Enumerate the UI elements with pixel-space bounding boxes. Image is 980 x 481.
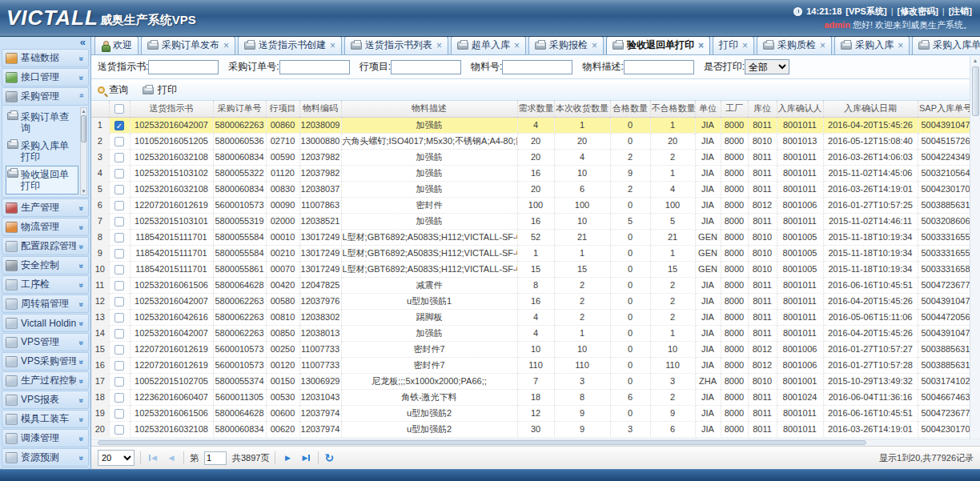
table-row[interactable]: 1612207201601261956000105730012011007733… (91, 357, 974, 373)
print-status-select[interactable]: 全部 (745, 59, 789, 74)
column-header-SAP入库单号[interactable]: SAP入库单号 (918, 101, 974, 117)
sidebar-group-接口管理[interactable]: 接口管理» (2, 68, 89, 86)
tab-close-icon[interactable]: × (898, 42, 903, 50)
chevron-down-icon[interactable]: » (77, 338, 86, 347)
filter-input-采购订单号[interactable] (279, 60, 350, 74)
table-row[interactable]: 710253201510310158000553190200012038521加… (91, 213, 974, 229)
row-checkbox[interactable] (114, 217, 124, 226)
row-checkbox[interactable] (114, 153, 124, 162)
next-page-button[interactable]: ▶ (281, 451, 294, 464)
row-checkbox[interactable] (114, 393, 124, 403)
row-checkbox[interactable] (114, 409, 124, 419)
column-header-入库确认日期[interactable]: 入库确认日期 (823, 101, 918, 117)
scroll-up-icon[interactable]: ▲ (973, 56, 978, 65)
table-row[interactable]: 1710052201510270558000553740015013006929… (91, 373, 974, 389)
table-row[interactable]: 1011854201511170158000558610007013017249… (91, 261, 974, 277)
sidebar-item-验收退回单打印[interactable]: 验收退回单打印 (6, 166, 78, 194)
sidebar-group-安全控制[interactable]: 安全控制» (2, 256, 89, 275)
tab-欢迎[interactable]: 欢迎 (94, 37, 139, 54)
chevron-down-icon[interactable]: » (77, 434, 86, 443)
tab-采购质检[interactable]: 采购质检× (757, 37, 832, 54)
sidebar-group-VPS管理[interactable]: VPS管理» (2, 333, 89, 351)
column-header-送货指示书[interactable]: 送货指示书 (130, 101, 213, 117)
chevron-down-icon[interactable]: » (77, 299, 86, 309)
tab-送货指示书创建[interactable]: 送货指示书创建× (238, 37, 342, 54)
row-checkbox[interactable] (114, 201, 124, 210)
row-checkbox[interactable] (114, 265, 124, 275)
chevron-down-icon[interactable]: » (77, 319, 86, 328)
sidebar-item-采购订单查询[interactable]: 采购订单查询 (6, 108, 78, 137)
table-row[interactable]: 310253201603210858000608340059012037982加… (91, 149, 974, 165)
tab-验收退回单打印[interactable]: 验收退回单打印× (606, 37, 710, 54)
query-button[interactable]: 查询 (98, 83, 128, 97)
row-checkbox[interactable] (114, 361, 124, 371)
refresh-icon[interactable]: ↻ (324, 451, 334, 464)
tab-close-icon[interactable]: × (330, 42, 335, 50)
row-checkbox[interactable] (114, 425, 124, 435)
sidebar-group-配置跟踪管理[interactable]: 配置跟踪管理» (2, 237, 89, 255)
scroll-down-icon[interactable]: ▼ (82, 188, 86, 194)
table-row[interactable]: 1110253201606150658000646280042012047825… (91, 277, 974, 293)
chevron-down-icon[interactable]: » (77, 73, 86, 82)
sidebar-group-工序检[interactable]: 工序检» (2, 275, 89, 294)
table-row[interactable]: 1410253201604200758000622630085012038013… (91, 325, 974, 341)
row-checkbox[interactable] (114, 297, 124, 307)
table-row[interactable]: 1✓10253201604200758000622630086012038009… (91, 117, 974, 133)
tab-超单入库[interactable]: 超单入库× (451, 37, 526, 54)
horizontal-scrollbar[interactable] (91, 439, 980, 446)
sidebar-item-采购入库单打印[interactable]: 采购入库单打印 (6, 137, 78, 166)
column-header-合格数量[interactable]: 合格数量 (610, 101, 650, 117)
row-checkbox[interactable] (114, 281, 124, 291)
table-row[interactable]: 2010253201603210858000608340062012037974… (91, 421, 974, 437)
vertical-scrollbar[interactable]: ▲ ▼ (970, 56, 980, 444)
row-checkbox[interactable] (114, 169, 124, 178)
row-checkbox[interactable] (114, 329, 124, 339)
column-header-采购订单号[interactable]: 采购订单号 (213, 101, 266, 117)
tab-close-icon[interactable]: × (698, 42, 704, 50)
chevron-down-icon[interactable]: » (77, 395, 86, 405)
chevron-down-icon[interactable]: » (77, 415, 86, 424)
row-checkbox[interactable] (114, 185, 124, 194)
row-checkbox[interactable]: ✓ (114, 121, 124, 130)
sidebar-group-周转箱管理[interactable]: 周转箱管理» (2, 295, 89, 313)
tab-close-icon[interactable]: × (592, 42, 597, 50)
page-size-select[interactable]: 20 (98, 450, 135, 466)
sidebar-group-物流管理[interactable]: 物流管理» (2, 218, 89, 236)
table-row[interactable]: 811854201511170158000555840001013017249L… (91, 229, 974, 245)
column-header-不合格数量[interactable]: 不合格数量 (650, 101, 695, 117)
tab-close-icon[interactable]: × (820, 42, 825, 50)
column-header-物料编码[interactable]: 物料编码 (299, 101, 341, 117)
chevron-down-icon[interactable]: » (77, 453, 86, 463)
table-row[interactable]: 1812236201606040756000113050053012031043… (91, 389, 974, 405)
chevron-up-icon[interactable]: » (77, 92, 86, 102)
sidebar-group-采购管理[interactable]: 采购管理» (2, 87, 89, 106)
sidebar-collapse-button[interactable]: « (80, 37, 86, 48)
column-header-工厂[interactable]: 工厂 (721, 101, 748, 117)
link-logout[interactable]: [注销] (949, 6, 972, 18)
chevron-down-icon[interactable]: » (77, 280, 86, 290)
tab-采购入库单打印[interactable]: 采购入库单打印× (912, 37, 980, 54)
chevron-down-icon[interactable]: » (77, 357, 86, 367)
tab-close-icon[interactable]: × (436, 42, 442, 50)
first-page-button[interactable]: ◀ (147, 451, 159, 464)
column-header-库位[interactable]: 库位 (748, 101, 777, 117)
sidebar-group-模具工装车[interactable]: 模具工装车» (2, 410, 89, 428)
column-header-单位[interactable]: 单位 (695, 101, 721, 117)
chevron-down-icon[interactable]: » (77, 222, 86, 232)
filter-input-物料描述[interactable] (624, 60, 694, 74)
column-header-行项目[interactable]: 行项目 (266, 101, 299, 117)
table-row[interactable]: 510253201603210858000608340083012038037加… (91, 181, 974, 197)
row-checkbox[interactable] (114, 137, 124, 146)
table-row[interactable]: 612207201601261956000105730009011007863密… (91, 197, 974, 213)
row-checkbox[interactable] (114, 345, 124, 355)
table-row[interactable]: 210105201605120558000605360271013000880六… (91, 133, 974, 149)
table-row[interactable]: 1910253201606150658000646280060012037974… (91, 405, 974, 421)
table-row[interactable]: 1512207201601261956000105730025011007733… (91, 341, 974, 357)
column-header-需求数量[interactable]: 需求数量 (517, 101, 554, 117)
tab-采购报检[interactable]: 采购报检× (528, 37, 604, 54)
prev-page-button[interactable]: ◀ (165, 451, 178, 464)
row-checkbox[interactable] (114, 313, 124, 323)
row-checkbox[interactable] (114, 249, 124, 259)
sidebar-group-生产管理[interactable]: 生产管理» (2, 198, 89, 217)
table-row[interactable]: 911854201511170158000555840021013017249L… (91, 245, 974, 261)
